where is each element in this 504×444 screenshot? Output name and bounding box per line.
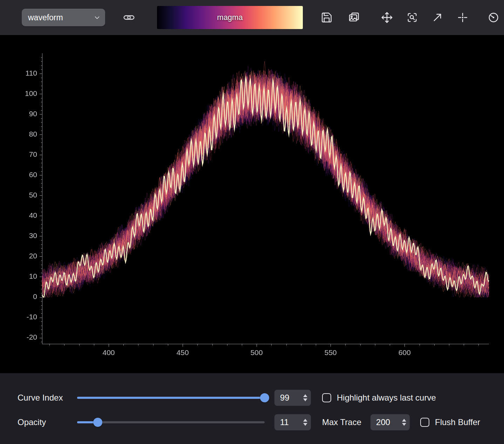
save-button[interactable]: [319, 10, 334, 25]
opacity-row: Opacity Max Trace Flush Buffer: [18, 413, 504, 431]
spin-up-icon[interactable]: [303, 394, 307, 397]
opacity-label: Opacity: [18, 417, 77, 427]
crosshair-button[interactable]: [455, 10, 470, 25]
pan-icon: [381, 12, 393, 23]
highlight-last-checkbox[interactable]: [322, 393, 331, 402]
pan-button[interactable]: [379, 10, 395, 25]
opacity-slider[interactable]: [77, 418, 265, 427]
slider-fill: [77, 397, 265, 399]
opacity-spinbox[interactable]: [274, 414, 311, 430]
save-icon: [321, 12, 333, 23]
curve-index-slider[interactable]: [77, 393, 265, 402]
export-image-button[interactable]: [346, 10, 362, 25]
max-trace-input[interactable]: [370, 417, 402, 428]
expand-button[interactable]: [430, 10, 445, 25]
controls-panel: Curve Index Highlight always last curve …: [0, 373, 504, 444]
link-button[interactable]: [121, 10, 137, 25]
slider-track[interactable]: [77, 421, 265, 423]
spin-down-icon[interactable]: [303, 398, 307, 401]
link-icon: [123, 12, 135, 23]
curve-index-input[interactable]: [274, 393, 303, 403]
curve-index-row: Curve Index Highlight always last curve: [18, 389, 504, 407]
curve-index-spinbox[interactable]: [274, 390, 311, 406]
max-trace-spinbox[interactable]: [370, 414, 410, 430]
highlight-last-label: Highlight always last curve: [337, 393, 436, 403]
crosshair-icon: [457, 12, 469, 23]
colormap-bar[interactable]: magma: [157, 6, 303, 29]
mode-select-value: waveform: [28, 13, 63, 22]
gauge-button[interactable]: [486, 10, 501, 25]
curve-index-label: Curve Index: [18, 393, 77, 403]
mode-select[interactable]: waveform: [22, 9, 105, 26]
colormap-label: magma: [217, 13, 243, 22]
plot-area[interactable]: [0, 35, 504, 373]
spin-arrows[interactable]: [303, 394, 307, 401]
export-image-icon: [348, 12, 360, 23]
zoom-region-icon: [406, 12, 418, 23]
slider-handle[interactable]: [93, 418, 102, 427]
gauge-icon: [488, 12, 499, 23]
max-trace-label: Max Trace: [322, 417, 361, 427]
expand-arrow-icon: [431, 12, 443, 23]
spin-up-icon[interactable]: [402, 419, 406, 422]
spin-down-icon[interactable]: [303, 423, 307, 426]
slider-handle[interactable]: [260, 393, 269, 402]
waveform-plot-canvas[interactable]: [0, 35, 504, 373]
spin-up-icon[interactable]: [303, 419, 307, 422]
spin-down-icon[interactable]: [402, 423, 406, 426]
flush-buffer-checkbox[interactable]: [420, 418, 429, 427]
opacity-input[interactable]: [274, 417, 303, 428]
toolbar: waveform magma: [0, 0, 504, 35]
spin-arrows[interactable]: [303, 419, 307, 426]
spin-arrows[interactable]: [402, 419, 406, 426]
chevron-down-icon: [93, 14, 101, 21]
zoom-region-button[interactable]: [404, 10, 420, 25]
flush-buffer-label: Flush Buffer: [435, 417, 480, 427]
